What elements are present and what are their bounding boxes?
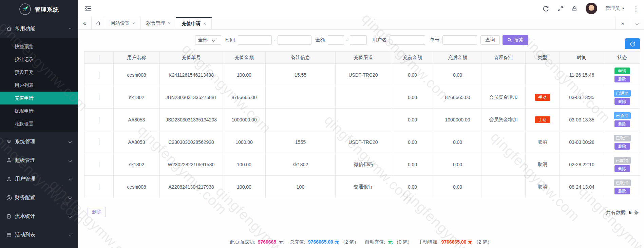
status-select[interactable]: 全部 — [195, 35, 221, 45]
row-checkbox[interactable] — [99, 117, 99, 123]
search-button-label: 搜索 — [514, 37, 524, 43]
balance-after-cell: 0.00 — [434, 176, 481, 198]
amount-cell: 100.00 — [223, 176, 266, 198]
avatar[interactable] — [586, 3, 597, 14]
time-to-input[interactable] — [278, 35, 311, 45]
lock-icon[interactable] — [571, 5, 577, 12]
home-tab[interactable] — [92, 17, 105, 29]
username-input[interactable] — [390, 35, 425, 45]
sidebar-group-super[interactable]: 超级管理 — [0, 151, 78, 170]
tabs-menu-icon[interactable] — [630, 17, 644, 30]
tabs-scroll-left-icon[interactable]: « — [78, 17, 92, 29]
status-badge[interactable]: 申请 — [614, 68, 630, 74]
row-checkbox[interactable] — [99, 139, 99, 145]
status-actions: 已通过删除 — [604, 90, 640, 105]
balance-after-cell: 1000000.00 — [434, 109, 481, 131]
status-actions: 已取消删除 — [604, 179, 640, 194]
row-checkbox[interactable] — [99, 94, 99, 100]
admin-note-cell — [481, 153, 526, 176]
delete-button[interactable]: 删除 — [614, 120, 630, 127]
summary-part: 自动充值: — [360, 239, 386, 245]
status-badge[interactable]: 已通过 — [614, 112, 631, 119]
close-tab-icon[interactable]: × — [132, 21, 135, 26]
status-badge[interactable]: 已取消 — [614, 157, 631, 164]
tab-lottery-management[interactable]: 彩票管理× — [141, 17, 176, 29]
select-all-checkbox[interactable] — [99, 55, 99, 61]
search-icon — [507, 38, 512, 42]
collapse-menu-icon[interactable] — [84, 5, 92, 12]
sidebar-group-finance[interactable]: 财务配置 — [0, 188, 78, 207]
recharge-table: 用户名称充值单号充值金额备注信息充值渠道充前金额充后金额管理备注类型时间状态 c… — [84, 51, 640, 198]
status-badge[interactable]: 已通过 — [614, 90, 631, 97]
channel-cell — [336, 109, 391, 131]
user-menu[interactable]: 管理员 ▼ — [605, 5, 625, 12]
tab-recharge-requests[interactable]: 充值申请× — [176, 17, 212, 29]
username-cell: AA8053 — [114, 109, 160, 131]
note-cell: 100 — [266, 176, 336, 198]
table-refresh-button[interactable] — [625, 38, 640, 49]
refresh-icon[interactable] — [543, 5, 549, 12]
sidebar-group-users[interactable]: 用户管理 — [0, 170, 78, 188]
tab-site-settings[interactable]: 网站设置× — [105, 17, 141, 29]
delete-button[interactable]: 删除 — [614, 143, 630, 150]
more-options-icon[interactable]: ⋮ — [633, 5, 639, 13]
close-tab-icon[interactable]: × — [168, 21, 171, 26]
table-row: AA8053JSD23030313351342081000000.000.001… — [84, 109, 640, 131]
sidebar-group-flow-stats[interactable]: 流水统计 — [0, 207, 78, 226]
close-tab-icon[interactable]: × — [203, 21, 206, 26]
column-header: 备注信息 — [266, 52, 336, 64]
delete-button[interactable]: 删除 — [614, 188, 630, 194]
open-tabs: 网站设置×彩票管理×充值申请× — [105, 17, 212, 29]
channel-cell: 微信扫码 — [336, 153, 391, 176]
clipboard-icon — [6, 213, 15, 219]
fullscreen-icon[interactable] — [557, 5, 563, 12]
row-checkbox[interactable] — [99, 161, 99, 168]
table-row: AA8053C23030300285629201000.001555USDT-T… — [84, 131, 640, 153]
sidebar-item-quick-preview[interactable]: 快捷预览 — [0, 40, 78, 53]
tabbar-right-controls: » — [615, 17, 644, 30]
query-button[interactable]: 查询 — [480, 35, 500, 45]
status-badge[interactable]: 已取消 — [614, 135, 631, 141]
tabs-scroll-right-icon[interactable]: » — [615, 17, 630, 30]
bulk-delete-button[interactable]: 删除 — [88, 207, 106, 217]
sidebar-item-user-list[interactable]: 用户列表 — [0, 79, 78, 92]
topbar: 管理员 ▼ ⋮ — [78, 0, 644, 17]
time-from-input[interactable] — [238, 35, 272, 45]
sidebar-item-bet-records[interactable]: 投注记录 — [0, 53, 78, 66]
sidebar-group-label: 活动列表 — [15, 232, 69, 238]
channel-cell: USDT-TRC20 — [336, 64, 391, 86]
range-separator: - — [274, 37, 276, 43]
time-cell: 03-03 13:35 — [560, 86, 604, 109]
count-value: 6 — [629, 210, 631, 215]
status-cell: 已通过删除 — [604, 86, 640, 109]
sidebar-item-recharge-requests[interactable]: 充值申请 — [0, 92, 78, 104]
row-select-cell — [84, 153, 114, 176]
delete-button[interactable]: 删除 — [614, 76, 630, 82]
search-button[interactable]: 搜索 — [503, 35, 528, 45]
balance-before-cell: 0.00 — [391, 176, 434, 198]
note-cell — [266, 86, 336, 109]
row-select-cell — [84, 109, 114, 131]
sidebar-item-withdraw-requests[interactable]: 提现申请 — [0, 104, 78, 117]
balance-after-cell: 0.00 — [434, 153, 481, 176]
amount-from-input[interactable] — [328, 35, 344, 45]
order-input[interactable] — [442, 35, 477, 45]
column-header: 时间 — [560, 52, 604, 64]
row-checkbox[interactable] — [99, 72, 99, 78]
username-cell: ceshi008 — [114, 64, 160, 86]
sidebar-group-system[interactable]: 系统管理 — [0, 132, 78, 151]
sidebar-item-preset-draw[interactable]: 预设开奖 — [0, 66, 78, 79]
sidebar-group-activity-list[interactable]: 活动列表 — [0, 226, 78, 244]
status-badge[interactable]: 已取消 — [614, 179, 631, 186]
sidebar-item-payment-settings[interactable]: 收款设置 — [0, 117, 78, 130]
order-label: 单号: — [430, 37, 441, 43]
delete-button[interactable]: 删除 — [614, 165, 630, 172]
amount-to-input[interactable] — [350, 35, 367, 45]
sidebar-group-common[interactable]: 常用功能 — [0, 19, 78, 38]
amount-cell: 100.00 — [223, 64, 266, 86]
filter-bar: 全部 时间: - 金额: - 用户名: 单号: 查询 搜索 — [195, 35, 528, 45]
note-cell: 1555 — [266, 131, 336, 153]
row-checkbox[interactable] — [99, 184, 99, 190]
delete-button[interactable]: 删除 — [614, 98, 630, 105]
status-select-value: 全部 — [198, 37, 208, 43]
